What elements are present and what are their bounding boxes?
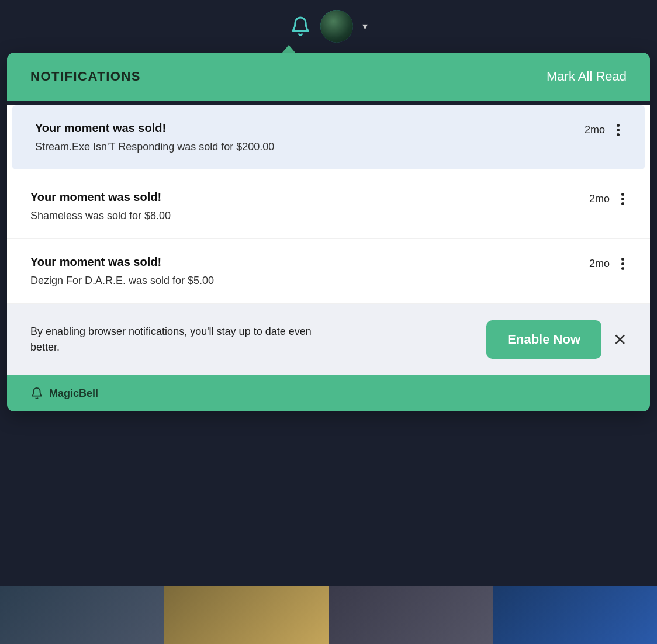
- close-banner-button[interactable]: ✕: [613, 330, 627, 349]
- mark-all-read-button[interactable]: Mark All Read: [547, 69, 627, 84]
- avatar[interactable]: [320, 10, 353, 43]
- notification-time: 2mo: [589, 258, 610, 270]
- notification-title: Your moment was sold!: [35, 122, 573, 135]
- chevron-down-icon[interactable]: ▾: [362, 20, 368, 33]
- notification-title: Your moment was sold!: [30, 191, 578, 204]
- more-options-button[interactable]: [619, 191, 627, 207]
- thumbnail-3: [328, 586, 493, 644]
- banner-actions: Enable Now ✕: [486, 320, 627, 359]
- notification-content: Your moment was sold! Shameless was sold…: [30, 191, 589, 222]
- thumbnail-2: [164, 586, 328, 644]
- notification-title: Your moment was sold!: [30, 255, 578, 269]
- thumbnail-1: [0, 586, 164, 644]
- thumbnail-row: [0, 586, 657, 644]
- notification-content: Your moment was sold! Stream.Exe Isn'T R…: [35, 122, 585, 153]
- banner-text: By enabling browser notifications, you'l…: [30, 324, 334, 355]
- notifications-footer: MagicBell: [7, 375, 650, 411]
- notification-time: 2mo: [589, 193, 610, 205]
- notifications-title: NOTIFICATIONS: [30, 69, 141, 84]
- notification-content: Your moment was sold! Dezign For D.A.R.E…: [30, 255, 589, 287]
- notification-item[interactable]: Your moment was sold! Shameless was sold…: [7, 174, 650, 239]
- dot: [617, 133, 620, 136]
- thumbnail-4: [493, 586, 657, 644]
- enable-now-button[interactable]: Enable Now: [486, 320, 601, 359]
- notification-panel: NOTIFICATIONS Mark All Read Your moment …: [7, 53, 650, 411]
- magicbell-bell-icon: [30, 387, 43, 400]
- more-options-button[interactable]: [614, 122, 622, 139]
- notification-body: Stream.Exe Isn'T Responding was sold for…: [35, 141, 573, 153]
- dot: [617, 129, 620, 131]
- panel-pointer: [282, 45, 296, 53]
- more-options-button[interactable]: [619, 255, 627, 272]
- top-bar: ▾: [0, 0, 657, 53]
- notification-item[interactable]: Your moment was sold! Dezign For D.A.R.E…: [7, 239, 650, 304]
- notifications-header: NOTIFICATIONS Mark All Read: [7, 53, 650, 101]
- dot: [621, 202, 624, 205]
- notification-time: 2mo: [585, 124, 605, 136]
- dot: [621, 258, 624, 261]
- dot: [621, 262, 624, 265]
- dot: [621, 198, 624, 200]
- dot: [621, 193, 624, 196]
- notifications-list: Your moment was sold! Stream.Exe Isn'T R…: [7, 105, 650, 304]
- magicbell-brand-label: MagicBell: [49, 387, 98, 400]
- bell-icon[interactable]: [290, 16, 311, 37]
- enable-banner: By enabling browser notifications, you'l…: [7, 304, 650, 375]
- dot: [621, 267, 624, 270]
- notification-meta: 2mo: [585, 122, 622, 139]
- notification-body: Dezign For D.A.R.E. was sold for $5.00: [30, 275, 578, 287]
- notification-meta: 2mo: [589, 255, 627, 272]
- notification-body: Shameless was sold for $8.00: [30, 210, 578, 222]
- notification-item[interactable]: Your moment was sold! Stream.Exe Isn'T R…: [12, 105, 645, 169]
- dot: [617, 124, 620, 127]
- notification-meta: 2mo: [589, 191, 627, 207]
